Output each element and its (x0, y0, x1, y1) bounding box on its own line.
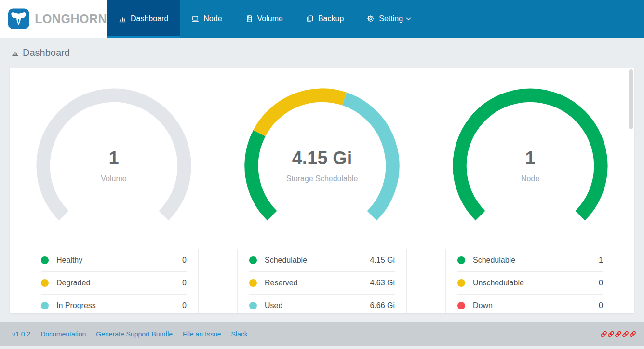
volume-gauge-section: 1 Volume Healthy 0 Degraded 0 (10, 86, 218, 313)
legend-label: Reserved (265, 279, 297, 287)
legend-dot-icon (457, 256, 465, 264)
documentation-link[interactable]: Documentation (40, 330, 86, 338)
nav-tab-setting[interactable]: Setting (355, 0, 423, 38)
nav-label: Dashboard (131, 14, 168, 23)
nav-label: Node (203, 14, 222, 23)
scrollbar-thumb[interactable] (629, 69, 633, 129)
node-gauge-section: 1 Node Schedulable 1 Unschedulable 0 (426, 86, 634, 313)
legend-label: Down (473, 301, 493, 310)
volume-legend: Healthy 0 Degraded 0 In Progress 0 (29, 249, 199, 313)
gauge-ring (34, 86, 194, 246)
gauge-grid: 1 Volume Healthy 0 Degraded 0 (10, 68, 634, 313)
summary-card: 1 Volume Healthy 0 Degraded 0 (10, 68, 634, 313)
node-legend: Schedulable 1 Unschedulable 0 Down 0 (445, 249, 615, 313)
generate-support-bundle-link[interactable]: Generate Support Bundle (96, 330, 173, 338)
legend-value: 4.63 Gi (370, 279, 395, 287)
gauge-ring (450, 86, 610, 246)
chain-link-icon[interactable] (622, 330, 629, 338)
legend-value: 6.66 Gi (370, 301, 395, 310)
legend-row: Used 6.66 Gi (238, 295, 406, 313)
legend-row: Reserved 4.63 Gi (238, 272, 406, 294)
volume-gauge-chart: 1 Volume (34, 86, 194, 246)
legend-dot-icon (249, 279, 257, 287)
nav-tab-backup[interactable]: Backup (295, 0, 355, 38)
legend-value: 0 (182, 279, 187, 287)
file-an-issue-link[interactable]: File an Issue (183, 330, 221, 338)
copy-icon (306, 15, 314, 23)
legend-label: Schedulable (473, 256, 515, 265)
legend-value: 4.15 Gi (370, 256, 395, 265)
storage-legend: Schedulable 4.15 Gi Reserved 4.63 Gi Use… (237, 249, 407, 313)
legend-label: Healthy (56, 256, 82, 265)
chevron-down-icon (406, 17, 411, 21)
page-title: Dashboard (12, 47, 70, 58)
footer-bar: v1.0.2 Documentation Generate Support Bu… (0, 322, 644, 346)
nav-tab-dashboard[interactable]: Dashboard (107, 0, 180, 38)
node-gauge-chart: 1 Node (450, 86, 610, 246)
longhorn-bull-icon (8, 8, 29, 29)
legend-dot-icon (41, 302, 49, 309)
legend-row: Schedulable 4.15 Gi (238, 249, 406, 271)
legend-value: 0 (599, 301, 603, 310)
storage-gauge-chart: 4.15 Gi Storage Schedulable (242, 86, 402, 246)
legend-dot-icon (457, 279, 465, 287)
main-content: Dashboard 1 Volume Healthy (0, 38, 644, 349)
legend-row: In Progress 0 (29, 295, 198, 313)
nav-label: Setting (379, 14, 403, 23)
legend-value: 1 (599, 256, 603, 265)
footer-social-icons (600, 330, 636, 338)
legend-label: Schedulable (265, 256, 307, 265)
legend-dot-icon (457, 302, 465, 309)
legend-label: Degraded (56, 279, 90, 287)
storage-gauge-section: 4.15 Gi Storage Schedulable Schedulable … (218, 86, 426, 313)
app-logo[interactable]: LONGHORN (0, 0, 107, 38)
legend-row: Degraded 0 (29, 272, 198, 294)
legend-label: In Progress (56, 301, 96, 310)
legend-label: Unschedulable (473, 279, 524, 287)
gauge-ring (242, 86, 402, 246)
legend-dot-icon (249, 302, 257, 309)
legend-row: Unschedulable 0 (446, 272, 615, 294)
slack-link[interactable]: Slack (231, 330, 247, 338)
legend-value: 0 (599, 279, 603, 287)
bar-chart-icon (12, 49, 19, 56)
legend-value: 0 (182, 256, 187, 265)
legend-row: Schedulable 1 (446, 249, 615, 271)
gear-icon (367, 15, 375, 23)
legend-row: Down 0 (446, 295, 615, 313)
chain-link-icon[interactable] (629, 330, 636, 338)
chain-link-icon[interactable] (615, 330, 622, 338)
laptop-icon (191, 15, 199, 23)
legend-dot-icon (41, 279, 49, 287)
version-link[interactable]: v1.0.2 (12, 330, 30, 338)
top-navbar: LONGHORN Dashboard Node V (0, 0, 644, 38)
nav-label: Volume (257, 14, 283, 23)
nav-label: Backup (318, 14, 344, 23)
main-nav: Dashboard Node Volume Backup (107, 0, 423, 38)
legend-dot-icon (249, 256, 257, 264)
legend-value: 0 (182, 301, 187, 310)
legend-dot-icon (41, 256, 49, 264)
legend-row: Healthy 0 (29, 249, 198, 271)
bar-chart-icon (119, 15, 126, 23)
page-title-text: Dashboard (23, 47, 70, 58)
server-stack-icon (245, 15, 253, 23)
brand-name: LONGHORN (35, 12, 107, 26)
nav-tab-volume[interactable]: Volume (234, 0, 295, 38)
chain-link-icon[interactable] (600, 330, 607, 338)
chain-link-icon[interactable] (607, 330, 615, 338)
nav-tab-node[interactable]: Node (180, 0, 233, 38)
footer-links: v1.0.2 Documentation Generate Support Bu… (12, 330, 248, 338)
legend-label: Used (265, 301, 282, 310)
